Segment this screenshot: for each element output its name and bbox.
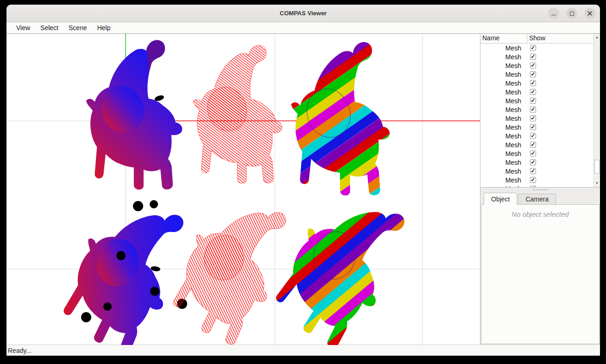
show-checkbox[interactable]: ✓ [530,142,536,148]
mesh-name-label: Mesh [480,115,527,122]
empty-selection-message: No object selected [481,210,599,218]
mesh-name-label: Mesh [480,176,527,184]
table-row[interactable]: Mesh ✓ [480,96,593,105]
show-checkbox[interactable]: ✓ [530,45,536,51]
mesh-name-label: Mesh [480,168,527,175]
table-row[interactable]: Mesh ✓ [480,132,593,140]
tree-scrollbar[interactable]: ▲ ▼ [593,34,600,187]
splitter-handle-icon [532,189,548,190]
scene-tree: Name Show Mesh ✓ Mesh ✓ [480,34,600,188]
panel-splitter[interactable] [480,188,600,192]
mesh-name-label: Mesh [480,141,527,149]
table-row[interactable]: Mesh ✓ [480,184,593,187]
side-panel: Name Show Mesh ✓ Mesh ✓ [480,34,600,345]
scroll-up-icon[interactable]: ▲ [594,34,600,41]
show-checkbox[interactable]: ✓ [530,159,536,165]
mesh-name-label: Mesh [480,71,527,78]
mesh-name-label: Mesh [480,159,527,166]
table-row[interactable]: Mesh ✓ [480,176,593,184]
show-checkbox[interactable]: ✓ [530,168,536,174]
viewport-3d[interactable] [6,34,480,345]
table-row[interactable]: Mesh ✓ [480,123,593,132]
scroll-down-icon[interactable]: ▼ [594,180,600,187]
app-window: COMPAS Viewer ViewSelectSceneHelp [6,5,600,356]
table-row[interactable]: Mesh ✓ [480,79,593,88]
mesh-elephant-striped-top[interactable] [291,42,390,195]
scene-tree-header: Name Show [480,34,600,44]
menubar: ViewSelectSceneHelp [6,22,600,33]
show-checkbox[interactable]: ✓ [530,71,536,77]
mesh-name-label: Mesh [480,97,527,105]
show-checkbox[interactable]: ✓ [530,54,536,60]
mesh-elephant-wireframe-bottom[interactable] [160,184,303,345]
table-row[interactable]: Mesh ✓ [480,158,593,167]
mesh-name-label: Mesh [480,53,527,61]
table-row[interactable]: Mesh ✓ [480,52,593,61]
mesh-name-label: Mesh [480,44,527,52]
window-title: COMPAS Viewer [280,10,327,17]
titlebar[interactable]: COMPAS Viewer [6,5,600,22]
minimize-icon [551,15,556,15]
show-checkbox[interactable]: ✓ [530,63,536,69]
mesh-name-label: Mesh [480,185,527,188]
column-header-name[interactable]: Name [480,34,527,44]
mesh-elephant-gradient-top[interactable] [86,40,182,190]
minimize-button[interactable] [548,8,559,19]
show-checkbox[interactable]: ✓ [530,133,536,139]
show-checkbox[interactable]: ✓ [530,98,536,104]
show-checkbox[interactable]: ✓ [530,186,536,187]
mesh-elephant-striped-bottom[interactable] [261,177,422,345]
viewport-canvas [6,34,480,345]
show-checkbox[interactable]: ✓ [530,151,536,157]
table-row[interactable]: Mesh ✓ [480,167,593,176]
status-message: Ready... [8,347,32,354]
show-checkbox[interactable]: ✓ [530,89,536,95]
mesh-name-label: Mesh [480,88,527,96]
show-checkbox[interactable]: ✓ [530,124,536,130]
table-row[interactable]: Mesh ✓ [480,105,593,114]
mesh-name-label: Mesh [480,124,527,131]
table-row[interactable]: Mesh ✓ [480,61,593,70]
show-checkbox[interactable]: ✓ [530,115,536,121]
mesh-name-label: Mesh [480,150,527,157]
main-content: Name Show Mesh ✓ Mesh ✓ [6,33,600,345]
show-checkbox[interactable]: ✓ [530,107,536,113]
close-button[interactable] [584,8,595,19]
maximize-icon [570,12,574,16]
tab-camera[interactable]: Camera [518,194,556,205]
menu-item[interactable]: Select [35,23,63,32]
show-checkbox[interactable]: ✓ [530,177,536,183]
tab-object[interactable]: Object [484,193,517,205]
mesh-name-label: Mesh [480,80,527,87]
mesh-name-label: Mesh [480,62,527,69]
show-checkbox[interactable]: ✓ [530,80,536,86]
statusbar: Ready... [6,345,600,356]
table-row[interactable]: Mesh ✓ [480,149,593,158]
maximize-button[interactable] [566,8,577,19]
table-row[interactable]: Mesh ✓ [480,70,593,79]
object-inspector-panel: No object selected [481,205,600,344]
menu-item[interactable]: View [11,23,35,32]
table-row[interactable]: Mesh ✓ [480,114,593,123]
scrollbar-thumb[interactable] [594,160,600,174]
menu-item[interactable]: Help [92,23,116,32]
column-header-show[interactable]: Show [527,34,600,44]
mesh-elephant-wireframe-top[interactable] [193,45,282,183]
table-row[interactable]: Mesh ✓ [480,44,593,52]
window-controls [548,8,595,19]
mesh-name-label: Mesh [480,106,527,113]
table-row[interactable]: Mesh ✓ [480,140,593,149]
menu-item[interactable]: Scene [63,23,92,32]
mesh-name-label: Mesh [480,132,527,140]
scene-tree-body: Mesh ✓ Mesh ✓ Mesh ✓ [480,44,600,187]
table-row[interactable]: Mesh ✓ [480,88,593,96]
inspector-tabs: Object Camera [480,192,600,205]
close-icon [587,11,593,16]
